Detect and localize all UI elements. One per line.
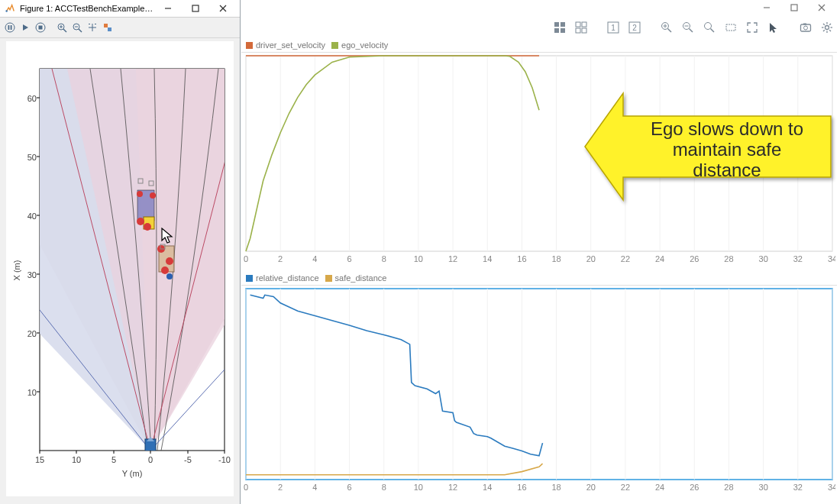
play-button[interactable]: [18, 21, 32, 34]
svg-text:10: 10: [72, 455, 81, 464]
svg-point-0: [5, 10, 7, 11]
legend-relative-distance: relative_distance: [246, 273, 319, 283]
scope1-axes[interactable]: 0246810121416182022242628303234: [241, 53, 837, 267]
svg-text:-5: -5: [184, 455, 192, 464]
svg-text:15: 15: [35, 455, 44, 464]
svg-text:60: 60: [27, 94, 37, 103]
svg-text:8: 8: [382, 483, 386, 492]
svg-text:26: 26: [690, 483, 699, 492]
scope-snapshot-button[interactable]: [797, 19, 814, 36]
bg-minimize-button[interactable]: [753, 0, 780, 15]
zoom-in-button[interactable]: [55, 21, 69, 34]
svg-line-107: [823, 30, 825, 31]
svg-text:14: 14: [483, 254, 492, 263]
svg-text:20: 20: [586, 483, 596, 492]
svg-rect-74: [554, 22, 559, 27]
pause-button[interactable]: [3, 21, 17, 34]
svg-rect-77: [561, 28, 565, 33]
svg-text:6: 6: [347, 483, 351, 492]
svg-text:14: 14: [483, 483, 492, 492]
svg-text:24: 24: [655, 254, 664, 263]
svg-rect-71: [791, 5, 797, 11]
svg-text:10: 10: [414, 254, 423, 263]
svg-text:2: 2: [632, 24, 637, 32]
svg-rect-78: [576, 22, 580, 27]
svg-point-97: [804, 26, 808, 30]
svg-rect-96: [801, 24, 811, 31]
svg-rect-19: [108, 27, 111, 31]
svg-rect-18: [104, 24, 108, 27]
svg-text:20: 20: [586, 254, 596, 263]
svg-marker-8: [23, 24, 28, 31]
svg-text:22: 22: [621, 483, 630, 492]
data-cursor-button[interactable]: [101, 21, 115, 34]
svg-text:34: 34: [828, 483, 835, 492]
bg-maximize-button[interactable]: [780, 0, 808, 15]
svg-text:16: 16: [517, 254, 526, 263]
svg-point-40: [166, 257, 173, 265]
scope-zoom-in-button[interactable]: [658, 19, 675, 36]
svg-text:28: 28: [724, 483, 733, 492]
svg-point-99: [825, 26, 829, 30]
stop-button[interactable]: [34, 21, 47, 34]
svg-rect-95: [726, 24, 735, 31]
matlab-icon: [5, 3, 15, 14]
figure-titlebar[interactable]: Figure 1: ACCTestBenchExample/Bir…: [0, 0, 240, 18]
close-button[interactable]: [209, 0, 237, 17]
svg-rect-98: [803, 24, 806, 25]
layout-grid-button[interactable]: [551, 19, 568, 36]
svg-text:5: 5: [111, 455, 116, 464]
layout-grid2-button[interactable]: [573, 19, 590, 36]
scope-zoom-xy-button[interactable]: [701, 19, 718, 36]
scope-zoom-area-button[interactable]: [722, 19, 739, 36]
scope1-legend: driver_set_velocity ego_velocity: [241, 38, 837, 53]
svg-text:16: 16: [517, 483, 526, 492]
scope-settings-button[interactable]: [819, 19, 835, 36]
svg-text:24: 24: [655, 483, 664, 492]
ylabel-text: X (m): [12, 260, 21, 281]
svg-rect-81: [582, 28, 586, 33]
svg-text:6: 6: [347, 254, 351, 263]
scope-window: 1 2 driver_set_velocity ego_velocity 024…: [241, 0, 840, 504]
svg-text:-10: -10: [218, 455, 231, 464]
birdseye-axes[interactable]: 60 50 40 30 20 10 X (m) 15 10 5 0 -5 -10…: [6, 41, 234, 496]
svg-rect-79: [582, 22, 586, 27]
svg-point-42: [166, 273, 173, 279]
svg-text:30: 30: [759, 254, 768, 263]
svg-text:50: 50: [27, 153, 37, 162]
minimize-button[interactable]: [154, 0, 182, 17]
svg-text:4: 4: [312, 254, 317, 263]
scope2-axes[interactable]: 0246810121416182022242628303234: [241, 286, 837, 495]
svg-text:1: 1: [611, 24, 615, 32]
scope-cursor-button[interactable]: [765, 19, 782, 36]
svg-text:30: 30: [759, 483, 768, 492]
svg-text:40: 40: [27, 212, 37, 221]
maximize-button[interactable]: [182, 0, 209, 17]
svg-point-41: [161, 267, 169, 274]
pan-button[interactable]: [86, 21, 99, 34]
svg-text:30: 30: [27, 270, 37, 279]
svg-rect-6: [8, 25, 10, 30]
zoom-out-button[interactable]: [70, 21, 84, 34]
svg-text:0: 0: [244, 254, 248, 263]
svg-rect-80: [576, 28, 580, 33]
scope-fit-button[interactable]: [744, 19, 761, 36]
view1-button[interactable]: 1: [605, 19, 622, 36]
svg-point-93: [705, 23, 712, 30]
figure-window: Figure 1: ACCTestBenchExample/Bir…: [0, 0, 241, 504]
svg-text:0: 0: [148, 455, 153, 464]
svg-rect-10: [39, 26, 43, 30]
view2-button[interactable]: 2: [626, 19, 643, 36]
figure-toolbar: [0, 18, 240, 38]
svg-line-87: [668, 29, 672, 33]
svg-text:32: 32: [793, 254, 803, 263]
bg-close-button[interactable]: [808, 0, 835, 15]
svg-rect-2: [192, 5, 199, 11]
svg-rect-75: [561, 22, 565, 27]
figure-title-text: Figure 1: ACCTestBenchExample/Bir…: [20, 4, 154, 13]
svg-text:10: 10: [414, 483, 423, 492]
svg-text:2: 2: [278, 254, 283, 263]
legend-driver-set-velocity: driver_set_velocity: [246, 40, 325, 50]
scope-zoom-out-button[interactable]: [680, 19, 696, 36]
svg-point-34: [137, 218, 144, 225]
